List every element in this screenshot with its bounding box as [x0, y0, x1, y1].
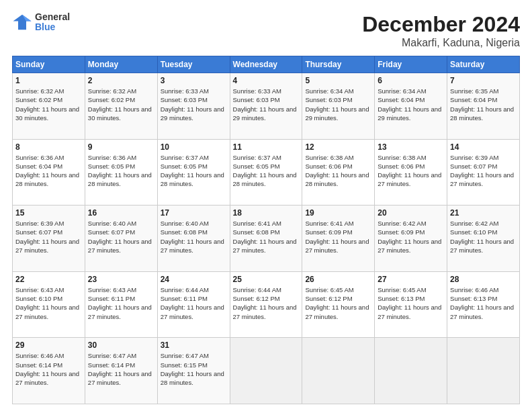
table-row: 12 Sunrise: 6:38 AM Sunset: 6:06 PM Dayl… — [302, 139, 375, 205]
logo: General Blue — [12, 12, 70, 33]
day-number: 25 — [233, 275, 300, 284]
table-row: 28 Sunrise: 6:46 AM Sunset: 6:13 PM Dayl… — [447, 271, 520, 338]
day-info: Sunrise: 6:45 AM Sunset: 6:12 PM Dayligh… — [305, 285, 371, 321]
day-info: Sunrise: 6:38 AM Sunset: 6:06 PM Dayligh… — [378, 153, 444, 189]
table-row: 16 Sunrise: 6:40 AM Sunset: 6:07 PM Dayl… — [85, 205, 157, 272]
day-number: 29 — [15, 340, 82, 350]
day-info: Sunrise: 6:43 AM Sunset: 6:11 PM Dayligh… — [88, 285, 154, 321]
table-row: 29 Sunrise: 6:46 AM Sunset: 6:14 PM Dayl… — [13, 338, 85, 404]
day-info: Sunrise: 6:43 AM Sunset: 6:10 PM Dayligh… — [15, 285, 82, 321]
day-number: 12 — [305, 142, 371, 152]
table-row: 23 Sunrise: 6:43 AM Sunset: 6:11 PM Dayl… — [85, 271, 157, 338]
col-monday: Monday — [85, 56, 157, 73]
col-saturday: Saturday — [447, 56, 520, 73]
day-info: Sunrise: 6:40 AM Sunset: 6:07 PM Dayligh… — [88, 219, 154, 255]
table-row: 7 Sunrise: 6:35 AM Sunset: 6:04 PM Dayli… — [447, 73, 520, 140]
table-row: 6 Sunrise: 6:34 AM Sunset: 6:04 PM Dayli… — [375, 73, 447, 140]
table-row: 24 Sunrise: 6:44 AM Sunset: 6:11 PM Dayl… — [157, 271, 230, 338]
svg-marker-0 — [13, 15, 32, 30]
calendar-header-row: Sunday Monday Tuesday Wednesday Thursday… — [13, 56, 520, 73]
calendar-week-row: 8 Sunrise: 6:36 AM Sunset: 6:04 PM Dayli… — [13, 139, 520, 205]
table-row — [230, 338, 302, 404]
table-row: 13 Sunrise: 6:38 AM Sunset: 6:06 PM Dayl… — [375, 139, 447, 205]
page: General Blue December 2024 Makarfi, Kadu… — [0, 0, 532, 411]
table-row: 10 Sunrise: 6:37 AM Sunset: 6:05 PM Dayl… — [157, 139, 230, 205]
day-number: 23 — [88, 275, 154, 284]
logo-general: General — [35, 12, 70, 22]
day-info: Sunrise: 6:35 AM Sunset: 6:04 PM Dayligh… — [450, 87, 517, 122]
day-info: Sunrise: 6:42 AM Sunset: 6:09 PM Dayligh… — [378, 219, 444, 255]
logo-icon — [12, 12, 32, 32]
table-row: 30 Sunrise: 6:47 AM Sunset: 6:14 PM Dayl… — [85, 338, 157, 404]
day-number: 26 — [305, 275, 371, 284]
day-number: 31 — [161, 340, 227, 350]
day-info: Sunrise: 6:42 AM Sunset: 6:10 PM Dayligh… — [450, 219, 517, 255]
logo-blue: Blue — [35, 22, 70, 32]
table-row: 9 Sunrise: 6:36 AM Sunset: 6:05 PM Dayli… — [85, 139, 157, 205]
table-row — [375, 338, 447, 404]
day-info: Sunrise: 6:32 AM Sunset: 6:02 PM Dayligh… — [88, 87, 154, 122]
day-info: Sunrise: 6:34 AM Sunset: 6:04 PM Dayligh… — [378, 87, 444, 122]
day-info: Sunrise: 6:41 AM Sunset: 6:09 PM Dayligh… — [305, 219, 371, 255]
table-row — [447, 338, 520, 404]
day-info: Sunrise: 6:32 AM Sunset: 6:02 PM Dayligh… — [15, 87, 82, 122]
day-number: 5 — [305, 76, 371, 85]
table-row: 25 Sunrise: 6:44 AM Sunset: 6:12 PM Dayl… — [230, 271, 302, 338]
day-number: 30 — [88, 340, 154, 350]
day-info: Sunrise: 6:36 AM Sunset: 6:04 PM Dayligh… — [15, 153, 82, 189]
header: General Blue December 2024 Makarfi, Kadu… — [12, 12, 520, 49]
table-row: 22 Sunrise: 6:43 AM Sunset: 6:10 PM Dayl… — [13, 271, 85, 338]
table-row: 8 Sunrise: 6:36 AM Sunset: 6:04 PM Dayli… — [13, 139, 85, 205]
location-title: Makarfi, Kaduna, Nigeria — [362, 37, 520, 49]
month-title: December 2024 — [362, 12, 520, 37]
day-info: Sunrise: 6:47 AM Sunset: 6:14 PM Dayligh… — [88, 351, 154, 387]
calendar-table: Sunday Monday Tuesday Wednesday Thursday… — [12, 56, 520, 404]
day-info: Sunrise: 6:46 AM Sunset: 6:13 PM Dayligh… — [450, 285, 517, 321]
table-row: 31 Sunrise: 6:47 AM Sunset: 6:15 PM Dayl… — [157, 338, 230, 404]
title-block: December 2024 Makarfi, Kaduna, Nigeria — [362, 12, 520, 49]
day-info: Sunrise: 6:33 AM Sunset: 6:03 PM Dayligh… — [233, 87, 300, 122]
day-info: Sunrise: 6:47 AM Sunset: 6:15 PM Dayligh… — [161, 351, 227, 387]
day-number: 3 — [161, 76, 227, 85]
day-number: 17 — [161, 208, 227, 218]
day-number: 7 — [450, 76, 517, 85]
calendar-week-row: 1 Sunrise: 6:32 AM Sunset: 6:02 PM Dayli… — [13, 73, 520, 140]
day-number: 8 — [15, 142, 82, 152]
table-row: 5 Sunrise: 6:34 AM Sunset: 6:03 PM Dayli… — [302, 73, 375, 140]
day-number: 24 — [161, 275, 227, 284]
col-thursday: Thursday — [302, 56, 375, 73]
day-info: Sunrise: 6:44 AM Sunset: 6:12 PM Dayligh… — [233, 285, 300, 321]
table-row: 20 Sunrise: 6:42 AM Sunset: 6:09 PM Dayl… — [375, 205, 447, 272]
day-number: 10 — [161, 142, 227, 152]
table-row: 26 Sunrise: 6:45 AM Sunset: 6:12 PM Dayl… — [302, 271, 375, 338]
col-wednesday: Wednesday — [230, 56, 302, 73]
day-info: Sunrise: 6:44 AM Sunset: 6:11 PM Dayligh… — [161, 285, 227, 321]
day-number: 18 — [233, 208, 300, 218]
day-info: Sunrise: 6:45 AM Sunset: 6:13 PM Dayligh… — [378, 285, 444, 321]
day-info: Sunrise: 6:40 AM Sunset: 6:08 PM Dayligh… — [161, 219, 227, 255]
day-number: 16 — [88, 208, 154, 218]
day-info: Sunrise: 6:37 AM Sunset: 6:05 PM Dayligh… — [233, 153, 300, 189]
calendar-week-row: 29 Sunrise: 6:46 AM Sunset: 6:14 PM Dayl… — [13, 338, 520, 404]
table-row: 19 Sunrise: 6:41 AM Sunset: 6:09 PM Dayl… — [302, 205, 375, 272]
table-row: 27 Sunrise: 6:45 AM Sunset: 6:13 PM Dayl… — [375, 271, 447, 338]
calendar-week-row: 22 Sunrise: 6:43 AM Sunset: 6:10 PM Dayl… — [13, 271, 520, 338]
day-number: 22 — [15, 275, 82, 284]
table-row: 4 Sunrise: 6:33 AM Sunset: 6:03 PM Dayli… — [230, 73, 302, 140]
col-sunday: Sunday — [13, 56, 85, 73]
col-friday: Friday — [375, 56, 447, 73]
day-info: Sunrise: 6:38 AM Sunset: 6:06 PM Dayligh… — [305, 153, 371, 189]
day-number: 19 — [305, 208, 371, 218]
day-number: 2 — [88, 76, 154, 85]
day-number: 28 — [450, 275, 517, 284]
day-info: Sunrise: 6:39 AM Sunset: 6:07 PM Dayligh… — [450, 153, 517, 189]
table-row — [302, 338, 375, 404]
logo-text: General Blue — [35, 12, 70, 33]
day-number: 20 — [378, 208, 444, 218]
day-number: 27 — [378, 275, 444, 284]
day-info: Sunrise: 6:33 AM Sunset: 6:03 PM Dayligh… — [161, 87, 227, 122]
day-number: 14 — [450, 142, 517, 152]
day-info: Sunrise: 6:36 AM Sunset: 6:05 PM Dayligh… — [88, 153, 154, 189]
table-row: 17 Sunrise: 6:40 AM Sunset: 6:08 PM Dayl… — [157, 205, 230, 272]
day-number: 21 — [450, 208, 517, 218]
